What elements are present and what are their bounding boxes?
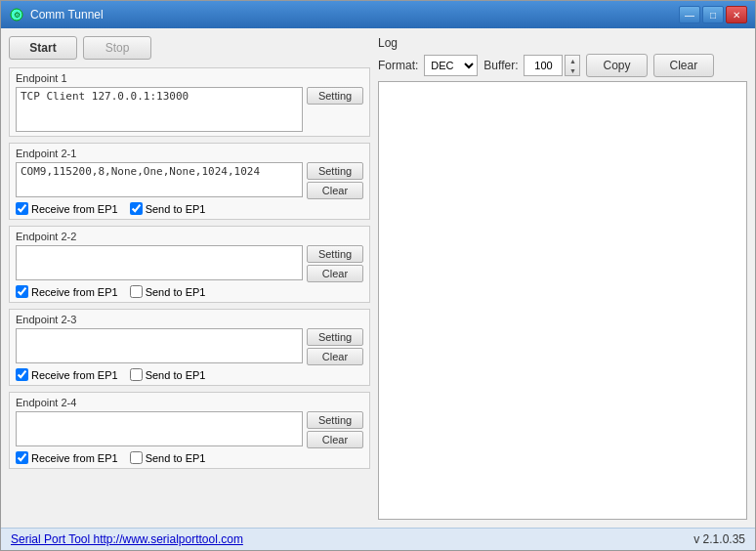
svg-text:⚙: ⚙ <box>14 11 21 20</box>
log-title: Log <box>378 36 747 50</box>
log-buffer-wrap: ▲ ▼ <box>524 55 580 76</box>
endpoint-21-send-label[interactable]: Send to EP1 <box>130 202 206 215</box>
top-controls: Start Stop <box>9 36 370 60</box>
minimize-button[interactable]: — <box>679 6 700 23</box>
endpoint-23-checkboxes: Receive from EP1 Send to EP1 <box>16 368 363 381</box>
endpoint-22-label: Endpoint 2-2 <box>16 231 363 242</box>
endpoint-23-send-label[interactable]: Send to EP1 <box>130 368 206 381</box>
endpoint-23-clear-button[interactable]: Clear <box>307 348 363 365</box>
endpoint-24-buttons: Setting Clear <box>307 411 363 448</box>
endpoint-24-send-checkbox[interactable] <box>130 451 143 464</box>
endpoint-22-input[interactable] <box>16 245 303 280</box>
endpoint-24-row: Setting Clear <box>16 411 363 448</box>
log-buffer-input[interactable] <box>524 55 563 76</box>
window-controls: — □ ✕ <box>679 6 747 23</box>
endpoint-24-label: Endpoint 2-4 <box>16 397 363 408</box>
log-format-label: Format: <box>378 59 418 72</box>
endpoint-22-checkboxes: Receive from EP1 Send to EP1 <box>16 285 363 298</box>
maximize-button[interactable]: □ <box>702 6 724 23</box>
endpoint-1-input[interactable]: TCP Client 127.0.0.1:13000 <box>16 87 303 132</box>
endpoint-22-send-checkbox[interactable] <box>130 285 143 298</box>
main-content: Start Stop Endpoint 1 TCP Client 127.0.0… <box>1 28 755 528</box>
endpoint-23-label: Endpoint 2-3 <box>16 314 363 325</box>
endpoint-1-section: Endpoint 1 TCP Client 127.0.0.1:13000 Se… <box>9 67 370 137</box>
endpoint-1-label: Endpoint 1 <box>16 72 363 84</box>
endpoint-21-receive-checkbox[interactable] <box>16 202 28 215</box>
title-bar: ⚙ Comm Tunnel — □ ✕ <box>1 1 755 28</box>
window-icon: ⚙ <box>9 7 24 22</box>
main-window: ⚙ Comm Tunnel — □ ✕ Start Stop Endpoint … <box>0 0 756 551</box>
endpoint-24-section: Endpoint 2-4 Setting Clear Receive from … <box>9 392 370 469</box>
left-panel: Start Stop Endpoint 1 TCP Client 127.0.0… <box>9 36 370 520</box>
log-clear-button[interactable]: Clear <box>653 54 715 77</box>
endpoint-22-send-label[interactable]: Send to EP1 <box>130 285 206 298</box>
endpoint-23-receive-label[interactable]: Receive from EP1 <box>16 368 118 381</box>
endpoint-21-label: Endpoint 2-1 <box>16 148 363 159</box>
log-buffer-up-button[interactable]: ▲ <box>566 56 579 65</box>
log-buffer-spinner: ▲ ▼ <box>565 55 580 76</box>
endpoint-24-input[interactable] <box>16 411 303 446</box>
endpoint-24-send-label[interactable]: Send to EP1 <box>130 451 206 464</box>
endpoint-24-checkboxes: Receive from EP1 Send to EP1 <box>16 451 363 464</box>
endpoint-22-clear-button[interactable]: Clear <box>307 265 363 282</box>
endpoint-23-input[interactable] <box>16 328 303 363</box>
endpoint-22-receive-label[interactable]: Receive from EP1 <box>16 285 118 298</box>
endpoint-21-input[interactable]: COM9,115200,8,None,One,None,1024,1024 <box>16 162 303 197</box>
endpoint-1-row: TCP Client 127.0.0.1:13000 Setting <box>16 87 363 132</box>
close-button[interactable]: ✕ <box>726 6 747 23</box>
endpoint-21-setting-button[interactable]: Setting <box>307 162 363 180</box>
start-button[interactable]: Start <box>9 36 77 60</box>
endpoint-22-buttons: Setting Clear <box>307 245 363 282</box>
endpoint-22-row: Setting Clear <box>16 245 363 282</box>
endpoint-24-receive-label[interactable]: Receive from EP1 <box>16 451 118 464</box>
endpoint-23-row: Setting Clear <box>16 328 363 365</box>
endpoint-21-checkboxes: Receive from EP1 Send to EP1 <box>16 202 363 215</box>
endpoint-23-buttons: Setting Clear <box>307 328 363 365</box>
endpoint-24-clear-button[interactable]: Clear <box>307 431 363 448</box>
endpoint-21-buttons: Setting Clear <box>307 162 363 199</box>
endpoint-21-clear-button[interactable]: Clear <box>307 182 363 199</box>
endpoint-23-send-checkbox[interactable] <box>130 368 143 381</box>
endpoint-1-setting-button[interactable]: Setting <box>307 87 363 105</box>
endpoint-1-buttons: Setting <box>307 87 363 105</box>
log-format-select[interactable]: DEC HEX ASCII <box>424 55 478 76</box>
window-title: Comm Tunnel <box>30 8 679 21</box>
stop-button[interactable]: Stop <box>83 36 151 60</box>
endpoint-23-setting-button[interactable]: Setting <box>307 328 363 346</box>
endpoint-21-row: COM9,115200,8,None,One,None,1024,1024 Se… <box>16 162 363 199</box>
log-buffer-down-button[interactable]: ▼ <box>566 65 579 75</box>
endpoint-21-section: Endpoint 2-1 COM9,115200,8,None,One,None… <box>9 143 370 220</box>
endpoint-23-receive-checkbox[interactable] <box>16 368 28 381</box>
endpoint-24-setting-button[interactable]: Setting <box>307 411 363 429</box>
right-panel: Log Format: DEC HEX ASCII Buffer: ▲ ▼ Co… <box>378 36 747 520</box>
endpoint-23-section: Endpoint 2-3 Setting Clear Receive from … <box>9 309 370 386</box>
log-area[interactable] <box>378 81 747 520</box>
log-copy-button[interactable]: Copy <box>586 54 647 77</box>
log-controls: Format: DEC HEX ASCII Buffer: ▲ ▼ Copy C… <box>378 54 747 77</box>
footer: Serial Port Tool http://www.serialportto… <box>1 528 755 550</box>
endpoint-24-receive-checkbox[interactable] <box>16 451 28 464</box>
footer-version: v 2.1.0.35 <box>693 532 745 546</box>
endpoint-21-receive-label[interactable]: Receive from EP1 <box>16 202 118 215</box>
footer-link[interactable]: Serial Port Tool http://www.serialportto… <box>11 532 243 546</box>
log-buffer-label: Buffer: <box>483 59 518 72</box>
endpoint-22-setting-button[interactable]: Setting <box>307 245 363 263</box>
endpoint-22-section: Endpoint 2-2 Setting Clear Receive from … <box>9 226 370 303</box>
endpoint-22-receive-checkbox[interactable] <box>16 285 28 298</box>
endpoint-21-send-checkbox[interactable] <box>130 202 143 215</box>
